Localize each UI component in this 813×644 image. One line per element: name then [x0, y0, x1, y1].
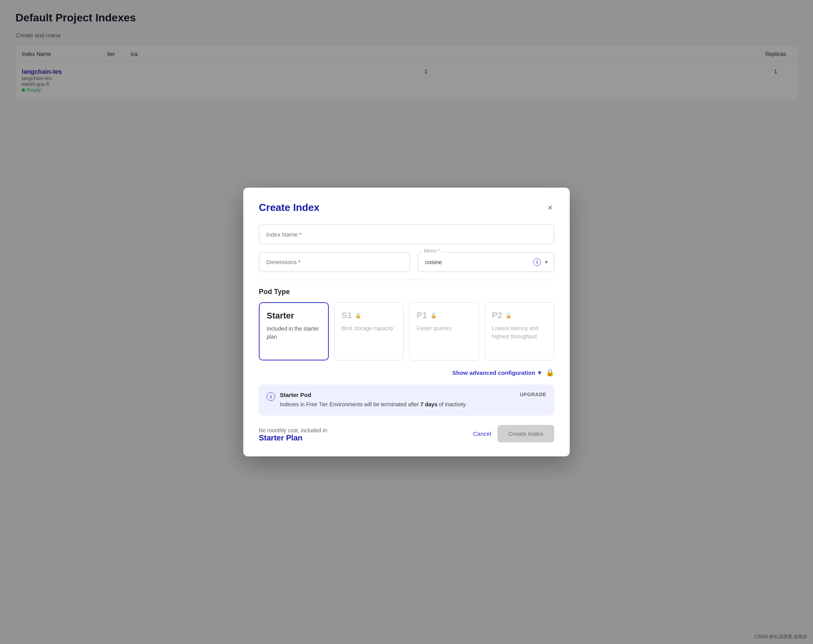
p1-lock-icon: 🔒 — [430, 312, 437, 319]
p2-lock-icon: 🔒 — [505, 312, 512, 319]
modal-footer: No monthly cost, included in: Starter Pl… — [259, 425, 554, 442]
footer-plan-info: No monthly cost, included in: Starter Pl… — [259, 427, 328, 442]
info-banner-title: Starter Pod — [280, 392, 466, 398]
advanced-config-button[interactable]: Show advanced configuration ▼ — [452, 369, 543, 376]
metric-select[interactable]: cosine euclidean dotproduct — [418, 252, 554, 272]
info-banner-content: Starter Pod Indexes in Free Tier Environ… — [280, 392, 466, 409]
advanced-config-row: Show advanced configuration ▼ 🔒 — [259, 368, 554, 377]
pod-cards-grid: Starter Included in the starter plan S1 … — [259, 302, 554, 360]
dimensions-input[interactable] — [259, 252, 410, 272]
modal-overlay: Create Index × Metric * cosine euclidean… — [0, 0, 813, 644]
chevron-down-icon: ▼ — [537, 369, 543, 376]
advanced-lock-icon: 🔒 — [546, 368, 554, 377]
info-text-before: Indexes in Free Tier Environments will b… — [280, 401, 420, 407]
info-text-after: of inactivity — [437, 401, 466, 407]
modal-header: Create Index × — [259, 202, 554, 214]
info-banner-icon: i — [267, 392, 275, 401]
info-bold-text: 7 days — [420, 401, 438, 407]
pod-p2-name: P2 🔒 — [492, 310, 547, 320]
pod-card-p1[interactable]: P1 🔒 Faster queries — [409, 302, 479, 360]
info-banner-text: Indexes in Free Tier Environments will b… — [280, 400, 466, 409]
modal: Create Index × Metric * cosine euclidean… — [243, 188, 570, 456]
pod-card-p2[interactable]: P2 🔒 Lowest latency and highest throughp… — [485, 302, 555, 360]
cost-label: No monthly cost, included in: — [259, 427, 328, 433]
create-index-button[interactable]: Create Index — [497, 425, 554, 442]
info-banner-left: i Starter Pod Indexes in Free Tier Envir… — [267, 392, 466, 409]
metric-wrapper: Metric * cosine euclidean dotproduct i ▼ — [418, 252, 554, 272]
cancel-button[interactable]: Cancel — [473, 430, 491, 437]
footer-actions: Cancel Create Index — [473, 425, 554, 442]
s1-lock-icon: 🔒 — [355, 312, 361, 319]
close-button[interactable]: × — [546, 202, 554, 214]
pod-starter-name: Starter — [267, 311, 321, 321]
pod-p1-desc: Faster queries — [417, 324, 472, 332]
pod-s1-name: S1 🔒 — [342, 310, 397, 320]
pod-p1-name: P1 🔒 — [417, 310, 472, 320]
pod-card-starter[interactable]: Starter Included in the starter plan — [259, 302, 329, 360]
modal-title: Create Index — [259, 202, 319, 214]
dimensions-metric-row: Metric * cosine euclidean dotproduct i ▼ — [259, 252, 554, 272]
index-name-input[interactable] — [259, 225, 554, 244]
divider — [259, 280, 554, 280]
pod-p2-desc: Lowest latency and highest throughput — [492, 324, 547, 341]
pod-card-s1[interactable]: S1 🔒 Best storage capacity — [334, 302, 404, 360]
plan-name: Starter Plan — [259, 433, 328, 442]
pod-s1-desc: Best storage capacity — [342, 324, 397, 332]
index-name-group — [259, 225, 554, 244]
pod-starter-desc: Included in the starter plan — [267, 325, 321, 341]
upgrade-button[interactable]: UPGRADE — [520, 392, 546, 397]
metric-label: Metric * — [422, 248, 441, 254]
info-banner: i Starter Pod Indexes in Free Tier Envir… — [259, 385, 554, 416]
pod-type-label: Pod Type — [259, 288, 554, 296]
